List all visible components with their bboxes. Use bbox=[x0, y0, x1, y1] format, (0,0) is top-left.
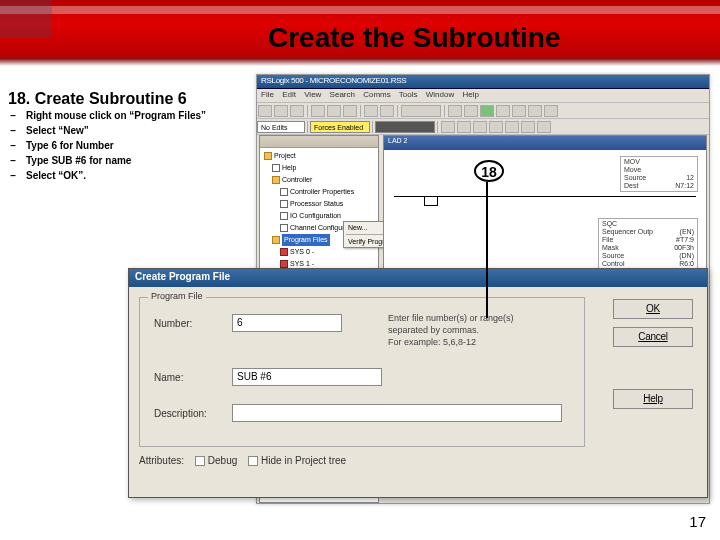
tree-node: Help bbox=[264, 162, 376, 174]
callout-leader bbox=[486, 182, 488, 318]
description-input[interactable] bbox=[232, 404, 562, 422]
step-heading: 18. Create Subroutine 6 bbox=[8, 90, 187, 108]
tb-icon[interactable] bbox=[258, 105, 272, 117]
step-item: –Select “New” bbox=[0, 123, 240, 138]
tb-icon[interactable] bbox=[528, 105, 542, 117]
name-label: Name: bbox=[154, 372, 183, 383]
header-shadow bbox=[0, 58, 720, 66]
slide-title: Create the Subroutine bbox=[268, 22, 560, 54]
fieldset-label: Program File bbox=[148, 291, 206, 301]
name-input[interactable]: SUB #6 bbox=[232, 368, 382, 386]
header-swoosh bbox=[38, 0, 168, 58]
mov-block: MOV Move Source 12 Dest N7:12 bbox=[620, 156, 698, 192]
tree-node: Controller bbox=[264, 174, 376, 186]
tb-icon[interactable] bbox=[448, 105, 462, 117]
ladder-btn-icon[interactable] bbox=[489, 121, 503, 133]
dark-pill bbox=[375, 121, 435, 133]
forces-pill: Forces Enabled bbox=[310, 121, 370, 133]
ladder-btn-icon[interactable] bbox=[505, 121, 519, 133]
menu-view[interactable]: View bbox=[304, 90, 321, 99]
step-item: –Right mouse click on “Program Files” bbox=[0, 108, 240, 123]
cancel-button[interactable]: Cancel bbox=[613, 327, 693, 347]
step-item: –Select “OK”. bbox=[0, 168, 240, 183]
tb-icon[interactable] bbox=[512, 105, 526, 117]
ladder-btn-icon[interactable] bbox=[521, 121, 535, 133]
status-pill: No Edits bbox=[257, 121, 305, 133]
dialog-title[interactable]: Create Program File bbox=[129, 269, 707, 287]
window-title: RSLogix 500 - MICROECONOMIZE01.RSS bbox=[257, 75, 709, 86]
tb-icon[interactable] bbox=[327, 105, 341, 117]
step-item: –Type SUB #6 for name bbox=[0, 153, 240, 168]
ladder-btn-icon[interactable] bbox=[473, 121, 487, 133]
menu-help[interactable]: Help bbox=[462, 90, 478, 99]
tree-node: Controller Properties bbox=[264, 186, 376, 198]
menu-comms[interactable]: Comms bbox=[363, 90, 391, 99]
tb-icon[interactable] bbox=[364, 105, 378, 117]
debug-label: Debug bbox=[208, 455, 237, 466]
tb-icon[interactable] bbox=[290, 105, 304, 117]
program-file-fieldset: Program File Number: 6 Enter file number… bbox=[139, 297, 585, 447]
attributes-row: Attributes: Debug Hide in Project tree bbox=[139, 455, 346, 466]
tb-icon[interactable] bbox=[464, 105, 478, 117]
number-input[interactable]: 6 bbox=[232, 314, 342, 332]
ladder-btn-icon[interactable] bbox=[441, 121, 455, 133]
ladder-btn-icon[interactable] bbox=[457, 121, 471, 133]
step-list: –Right mouse click on “Program Files” –S… bbox=[0, 108, 240, 183]
tree-node: Processor Status bbox=[264, 198, 376, 210]
tree-header bbox=[260, 136, 378, 148]
tb-icon[interactable] bbox=[274, 105, 288, 117]
tb-icon[interactable] bbox=[311, 105, 325, 117]
tb-icon[interactable] bbox=[343, 105, 357, 117]
toolbar-2[interactable]: No Edits Forces Enabled bbox=[257, 119, 709, 135]
menu-search[interactable]: Search bbox=[330, 90, 355, 99]
ladder-btn-icon[interactable] bbox=[537, 121, 551, 133]
menu-bar[interactable]: File Edit View Search Comms Tools Window… bbox=[257, 89, 709, 103]
menu-file[interactable]: File bbox=[261, 90, 274, 99]
step-item: –Type 6 for Number bbox=[0, 138, 240, 153]
toolbar-1[interactable] bbox=[257, 103, 709, 119]
title-bar[interactable]: RSLogix 500 - MICROECONOMIZE01.RSS bbox=[257, 75, 709, 89]
debug-checkbox[interactable] bbox=[195, 456, 205, 466]
menu-edit[interactable]: Edit bbox=[282, 90, 296, 99]
help-button[interactable]: Help bbox=[613, 389, 693, 409]
hide-checkbox[interactable] bbox=[248, 456, 258, 466]
menu-tools[interactable]: Tools bbox=[399, 90, 418, 99]
tb-go-icon[interactable] bbox=[480, 105, 494, 117]
tree-node: Project bbox=[264, 150, 376, 162]
tb-icon[interactable] bbox=[544, 105, 558, 117]
menu-window[interactable]: Window bbox=[426, 90, 454, 99]
ok-button[interactable]: OK bbox=[613, 299, 693, 319]
create-program-file-dialog: Create Program File Program File Number:… bbox=[128, 268, 708, 498]
tb-icon[interactable] bbox=[380, 105, 394, 117]
step-callout-18: 18 bbox=[474, 160, 504, 182]
description-label: Description: bbox=[154, 408, 207, 419]
page-number: 17 bbox=[689, 513, 706, 530]
hide-label: Hide in Project tree bbox=[261, 455, 346, 466]
number-hint: Enter file number(s) or range(s)separate… bbox=[388, 312, 514, 348]
tb-icon[interactable] bbox=[496, 105, 510, 117]
tb-dropdown[interactable] bbox=[401, 105, 441, 117]
ladder-tab[interactable]: LAD 2 bbox=[384, 136, 706, 150]
number-label: Number: bbox=[154, 318, 192, 329]
